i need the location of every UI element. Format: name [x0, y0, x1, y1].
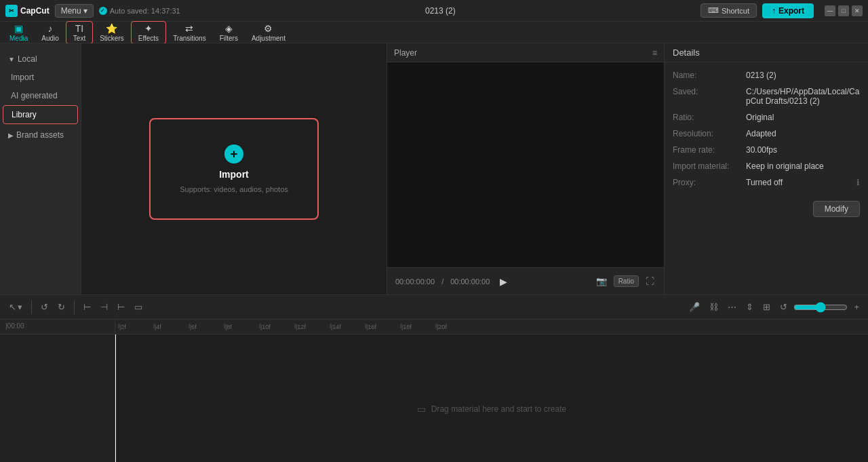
player-header: Player ≡: [387, 43, 664, 62]
redo-button[interactable]: ↻: [54, 299, 68, 315]
detail-import-material-row: Import material: Keep in original place: [673, 161, 860, 171]
toolbar-adjustment[interactable]: ⚙ Adjustment: [245, 22, 292, 43]
split-button[interactable]: ⊢: [80, 299, 94, 315]
media-grid: + Import Supports: videos, audios, photo…: [81, 43, 387, 294]
import-dropzone[interactable]: + Import Supports: videos, audios, photo…: [149, 118, 319, 220]
text-label: Text: [73, 35, 85, 42]
timeline-start-time: |00:00: [0, 320, 115, 332]
player-title: Player: [394, 48, 417, 58]
main-toolbar: ▣ Media ♪ Audio TI Text ⭐ Stickers ✦ Eff…: [0, 22, 868, 43]
detail-resolution-row: Resolution: Adapted: [673, 129, 860, 138]
play-button[interactable]: ▶: [496, 275, 510, 288]
media-sidebar: ▼ Local Import AI generated Library ▶ Br…: [0, 43, 81, 294]
camera-icon[interactable]: 📷: [595, 275, 608, 288]
ruler-marks: |2f |4f |6f |8f |10f |12f |14f |16f |18f…: [118, 324, 471, 330]
adjustment-icon: ⚙: [264, 23, 273, 34]
drag-hint-text: Drag material here and start to create: [431, 404, 566, 414]
timeline-tracks-left: |00:00: [0, 320, 115, 462]
media-content: + Import Supports: videos, audios, photo…: [81, 43, 387, 294]
toolbar-divider-1: [31, 301, 32, 314]
menu-button[interactable]: Menu ▾: [55, 4, 94, 18]
player-controls: 00:00:00:00 / 00:00:00:00 ▶ 📷 Ratio ⛶: [387, 267, 664, 294]
left-panel: ▼ Local Import AI generated Library ▶ Br…: [0, 43, 387, 294]
close-button[interactable]: ✕: [852, 5, 863, 16]
track-height-button[interactable]: ⇕: [743, 299, 757, 315]
titlebar-right: ⌨ Shortcut ↑ Export — □ ✕: [701, 3, 863, 18]
timeline-tracks: ▭ Drag material here and start to create: [115, 334, 868, 462]
toolbar-stickers[interactable]: ⭐ Stickers: [93, 22, 131, 43]
logo-icon: ✂: [5, 5, 18, 17]
import-label: Import: [11, 73, 34, 82]
zoom-slider[interactable]: [793, 302, 848, 313]
import-material-label: Import material:: [673, 161, 741, 171]
brand-assets-header[interactable]: ▶ Brand assets: [0, 126, 81, 144]
toolbar-effects[interactable]: ✦ Effects: [131, 21, 166, 44]
local-header[interactable]: ▼ Local: [0, 50, 81, 68]
details-header: Details: [665, 43, 868, 62]
trim-left-button[interactable]: ⊣: [97, 299, 111, 315]
toolbar-filters[interactable]: ◈ Filters: [213, 22, 245, 43]
toolbar-text[interactable]: TI Text: [66, 21, 93, 44]
framerate-label: Frame rate:: [673, 145, 741, 155]
trim-right-button[interactable]: ⊢: [114, 299, 128, 315]
fullscreen-icon[interactable]: ⛶: [644, 275, 656, 288]
undo-button[interactable]: ↺: [37, 299, 52, 315]
name-value: 0213 (2): [746, 71, 860, 80]
project-title: 0213 (2): [186, 6, 695, 16]
proxy-info-icon[interactable]: ℹ: [856, 178, 860, 187]
timeline-right-tools: 🎤 ⛓ ⋯ ⇕ ⊞ ↺ +: [686, 299, 863, 315]
text-icon: TI: [75, 23, 83, 34]
refresh-button[interactable]: ↺: [776, 299, 791, 315]
library-label: Library: [12, 110, 37, 119]
modify-button[interactable]: Modify: [813, 201, 860, 217]
shortcut-label: Shortcut: [722, 7, 749, 15]
sidebar-item-ai-generated[interactable]: AI generated: [3, 87, 78, 104]
toolbar-transitions[interactable]: ⇄ Transitions: [166, 22, 213, 43]
link-button[interactable]: ⛓: [706, 299, 722, 315]
audio-label: Audio: [41, 35, 59, 42]
toolbar-divider-2: [74, 301, 75, 314]
proxy-value: Turned off: [746, 178, 851, 187]
sidebar-item-import[interactable]: Import: [3, 69, 78, 86]
select-arrow: ▾: [18, 302, 22, 312]
timeline-right: |2f |4f |6f |8f |10f |12f |14f |16f |18f…: [115, 320, 868, 462]
player-menu-icon[interactable]: ≡: [652, 48, 657, 58]
minimize-button[interactable]: —: [825, 5, 835, 16]
magnet-button[interactable]: ⋯: [724, 299, 740, 315]
ratio-button[interactable]: Ratio: [614, 275, 639, 287]
name-label: Name:: [673, 71, 741, 80]
details-body: Name: 0213 (2) Saved: C:/Users/HP/AppDat…: [665, 62, 868, 195]
drag-hint: ▭ Drag material here and start to create: [417, 404, 566, 415]
filters-label: Filters: [220, 35, 238, 42]
audio-track-button[interactable]: 🎤: [686, 299, 703, 315]
ruler-mark-4f: |4f: [153, 324, 189, 330]
ruler-mark-14f: |14f: [330, 324, 365, 330]
titlebar: ✂ CapCut Menu ▾ Auto saved: 14:37:31 021…: [0, 0, 868, 22]
stickers-label: Stickers: [100, 35, 124, 42]
ruler-mark-16f: |16f: [365, 324, 400, 330]
ruler-mark-18f: |18f: [400, 324, 435, 330]
shortcut-icon: ⌨: [708, 6, 719, 15]
shortcut-button[interactable]: ⌨ Shortcut: [701, 3, 757, 18]
delete-button[interactable]: ▭: [131, 299, 146, 315]
toolbar-media[interactable]: ▣ Media: [3, 22, 35, 43]
sidebar-item-library[interactable]: Library: [3, 105, 78, 124]
ruler-mark-8f: |8f: [224, 324, 259, 330]
transitions-label: Transitions: [173, 35, 206, 42]
export-button[interactable]: ↑ Export: [762, 3, 814, 18]
toolbar-audio[interactable]: ♪ Audio: [35, 22, 66, 43]
ratio-label: Ratio:: [673, 113, 741, 122]
detail-saved-row: Saved: C:/Users/HP/AppData/Local/CapCut …: [673, 87, 860, 106]
effects-icon: ✦: [144, 23, 153, 34]
ratio-value: Original: [746, 113, 860, 122]
local-label: Local: [18, 54, 37, 64]
grid-button[interactable]: ⊞: [760, 299, 774, 315]
export-icon: ↑: [772, 6, 776, 16]
ruler-spacer: |00:00: [0, 320, 115, 334]
select-tool-button[interactable]: ↖ ▾: [5, 299, 26, 315]
ai-label: AI generated: [11, 91, 58, 100]
zoom-more-button[interactable]: +: [850, 299, 863, 315]
maximize-button[interactable]: □: [838, 5, 849, 16]
ruler-mark-6f: |6f: [189, 324, 224, 330]
import-material-value: Keep in original place: [746, 161, 860, 171]
